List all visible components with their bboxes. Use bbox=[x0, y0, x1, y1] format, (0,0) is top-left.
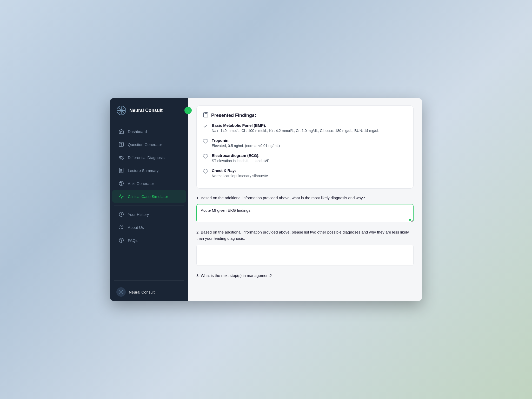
heart-shield-icon bbox=[118, 155, 124, 160]
sidebar-item-your-history-label: Your History bbox=[128, 212, 149, 217]
question-2-text: 2. Based on the additional information p… bbox=[196, 229, 414, 242]
svg-rect-26 bbox=[205, 112, 207, 114]
question-1-input-wrapper: Acute MI given EKG findings bbox=[196, 204, 414, 223]
svg-point-17 bbox=[122, 226, 123, 227]
finding-bmp-value: Na+: 140 mmol/L, Cl-: 100 mmol/L, K+: 4.… bbox=[212, 128, 379, 134]
snowflake-icon bbox=[118, 289, 124, 295]
question-2-section: 2. Based on the additional information p… bbox=[196, 229, 414, 267]
footer-label: Neural Consult bbox=[129, 290, 155, 294]
findings-card: Presented Findings: Basic Metabolic Pane… bbox=[196, 105, 414, 189]
sidebar-item-about-us[interactable]: About Us bbox=[112, 221, 186, 234]
svg-point-16 bbox=[120, 226, 122, 227]
sidebar-item-clinical-case-simulator-label: Clinical Case Simulator bbox=[128, 194, 168, 199]
finding-ecg-name: Electrocardiogram (ECG): bbox=[212, 153, 269, 158]
finding-bmp: Basic Metabolic Panel (BMP): Na+: 140 mm… bbox=[203, 123, 407, 134]
sidebar-item-about-us-label: About Us bbox=[128, 225, 144, 230]
sidebar-item-anki-generator[interactable]: Anki Generator bbox=[112, 177, 186, 190]
sidebar-collapse-button[interactable]: ‹ bbox=[184, 107, 192, 114]
sidebar-footer: Neural Consult bbox=[110, 283, 188, 301]
question-3-text: 3. What is the next step(s) in managemen… bbox=[196, 272, 414, 279]
finding-xray-name: Chest X-Ray: bbox=[212, 168, 268, 173]
findings-title: Presented Findings: bbox=[211, 113, 256, 118]
heart-icon-ecg bbox=[203, 154, 209, 159]
main-content: Presented Findings: Basic Metabolic Pane… bbox=[188, 98, 422, 301]
svg-point-14 bbox=[121, 184, 122, 185]
question-2-input-wrapper bbox=[196, 245, 414, 267]
sidebar-header: Neural Consult ‹ bbox=[110, 98, 188, 123]
svg-point-25 bbox=[121, 292, 122, 292]
svg-point-5 bbox=[121, 110, 122, 111]
sidebar-item-question-generator[interactable]: Question Generator bbox=[112, 138, 186, 151]
finding-troponin-value: Elevated, 0.5 ng/mL (normal <0.01 ng/mL) bbox=[212, 143, 280, 149]
activity-icon bbox=[118, 194, 124, 199]
sidebar-item-dashboard[interactable]: Dashboard bbox=[112, 125, 186, 138]
brain-icon bbox=[118, 181, 124, 186]
svg-point-19 bbox=[121, 241, 122, 242]
user-group-icon bbox=[118, 224, 124, 230]
sidebar-item-your-history[interactable]: Your History bbox=[112, 208, 186, 221]
sidebar-item-differential-diagnosis-label: Differential Diagnosis bbox=[128, 155, 164, 160]
home-icon bbox=[118, 129, 124, 134]
finding-ecg: Electrocardiogram (ECG): ST elevation in… bbox=[203, 153, 407, 164]
finding-ecg-value: ST elevation in leads II, III, and aVF bbox=[212, 158, 269, 164]
heart-icon-xray bbox=[203, 169, 209, 175]
sidebar-nav: Dashboard Question Generator Differentia… bbox=[110, 123, 188, 278]
sidebar-item-lecture-summary-label: Lecture Summary bbox=[128, 168, 158, 173]
sidebar-item-anki-generator-label: Anki Generator bbox=[128, 181, 154, 186]
help-circle-icon bbox=[118, 237, 124, 243]
sidebar-footer-divider bbox=[114, 280, 184, 281]
finding-troponin: Troponin: Elevated, 0.5 ng/mL (normal <0… bbox=[203, 138, 407, 149]
sidebar-item-dashboard-label: Dashboard bbox=[128, 129, 147, 134]
sidebar-item-question-generator-label: Question Generator bbox=[128, 142, 162, 147]
sidebar-item-clinical-case-simulator[interactable]: Clinical Case Simulator bbox=[112, 190, 186, 203]
finding-bmp-name: Basic Metabolic Panel (BMP): bbox=[212, 123, 379, 128]
finding-xray-value: Normal cardiopulmonary silhouette bbox=[212, 173, 268, 179]
clipboard-icon bbox=[203, 112, 209, 119]
footer-avatar bbox=[116, 287, 126, 297]
question-3-section: 3. What is the next step(s) in managemen… bbox=[196, 272, 414, 279]
app-name: Neural Consult bbox=[129, 108, 163, 113]
sidebar-item-faqs[interactable]: FAQs bbox=[112, 234, 186, 247]
clock-icon bbox=[118, 211, 124, 217]
document-icon bbox=[118, 168, 124, 173]
heart-icon-troponin bbox=[203, 139, 209, 144]
question-1-text: 1. Based on the additional information p… bbox=[196, 195, 414, 201]
svg-point-7 bbox=[121, 145, 122, 146]
sidebar-item-faqs-label: FAQs bbox=[128, 238, 138, 243]
finding-chest-xray: Chest X-Ray: Normal cardiopulmonary silh… bbox=[203, 168, 407, 179]
sidebar-item-differential-diagnosis[interactable]: Differential Diagnosis bbox=[112, 151, 186, 164]
finding-troponin-name: Troponin: bbox=[212, 138, 280, 143]
check-icon bbox=[203, 124, 209, 129]
nav-divider bbox=[114, 205, 184, 205]
question-1-section: 1. Based on the additional information p… bbox=[196, 195, 414, 223]
question-icon bbox=[118, 142, 124, 147]
findings-header: Presented Findings: bbox=[203, 112, 407, 119]
question-1-input[interactable]: Acute MI given EKG findings bbox=[196, 204, 414, 222]
sidebar-item-lecture-summary[interactable]: Lecture Summary bbox=[112, 164, 186, 177]
app-logo-icon bbox=[116, 105, 126, 115]
sidebar: Neural Consult ‹ Dashboard Question Gene… bbox=[110, 98, 188, 301]
recording-dot-q1 bbox=[409, 219, 411, 221]
question-2-input[interactable] bbox=[196, 245, 414, 266]
